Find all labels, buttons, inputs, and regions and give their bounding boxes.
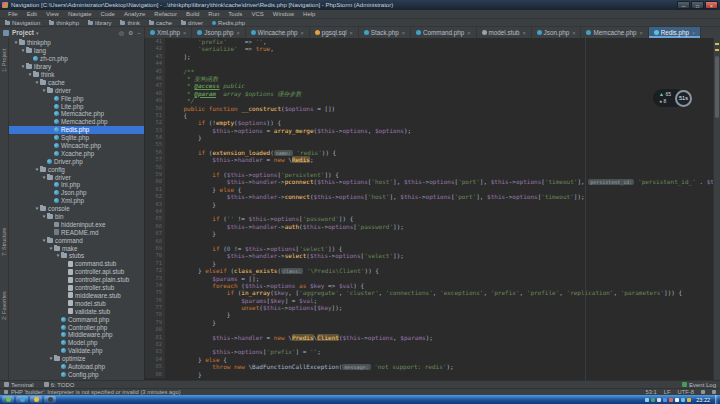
status-message[interactable]: PHP 'builder': Interpreter is not specif…: [11, 389, 646, 395]
tray-icon-5[interactable]: [675, 398, 679, 402]
hide-panel-icon[interactable]: −: [137, 27, 141, 39]
tree-item-hiddeninput.exe[interactable]: hiddeninput.exe: [9, 220, 144, 228]
chevron-down-icon[interactable]: ▾: [36, 30, 39, 36]
tree-item-command[interactable]: ▼command: [9, 236, 144, 244]
code-line[interactable]: 75 if (in_array($key, ['aggregate', 'clu…: [145, 289, 713, 296]
editor-tab-json.php[interactable]: Json.php×: [532, 27, 582, 38]
line-number[interactable]: 47: [145, 82, 165, 89]
menu-item-analyze[interactable]: Analyze: [120, 10, 149, 18]
lock-icon[interactable]: [701, 390, 705, 394]
line-number[interactable]: 52: [145, 119, 165, 126]
tree-item-make[interactable]: ▼make: [9, 244, 144, 252]
line-number[interactable]: 76: [145, 297, 165, 304]
code-line[interactable]: 50 public function __construct($options …: [145, 105, 713, 112]
breadcrumb-item[interactable]: Redis.php: [212, 20, 245, 26]
code-line[interactable]: 68: [145, 238, 713, 245]
tree-item-library[interactable]: ▼library: [9, 63, 144, 71]
line-number[interactable]: 42: [145, 45, 165, 52]
code-line[interactable]: 85 throw new \BadFunctionCallException(m…: [145, 363, 713, 370]
tree-item-validate.stub[interactable]: validate.stub: [9, 307, 144, 315]
line-number[interactable]: 66: [145, 223, 165, 230]
line-number[interactable]: 85: [145, 363, 165, 370]
editor-tab-command.php[interactable]: Command.php×: [411, 27, 477, 38]
line-number[interactable]: 81: [145, 334, 165, 341]
code-line[interactable]: 67 }: [145, 230, 713, 237]
project-panel-title[interactable]: Project: [12, 29, 34, 36]
error-stripe-mark[interactable]: [715, 43, 719, 45]
code-line[interactable]: 51 {: [145, 112, 713, 119]
tool-window-button-terminal[interactable]: Terminal: [4, 382, 34, 388]
line-number[interactable]: 54: [145, 134, 165, 141]
breadcrumb-item[interactable]: library: [88, 20, 111, 26]
tree-item-middleware.stub[interactable]: middleware.stub: [9, 292, 144, 300]
tree-item-ini.php[interactable]: Ini.php: [9, 181, 144, 189]
line-number[interactable]: 74: [145, 282, 165, 289]
breadcrumb-item[interactable]: thinkphp: [49, 20, 79, 26]
code-line[interactable]: 69 if (0 != $this->options['select']) {: [145, 245, 713, 252]
code-line[interactable]: 55: [145, 141, 713, 148]
line-number[interactable]: 86: [145, 371, 165, 378]
tray-icon-0[interactable]: [645, 398, 649, 402]
line-number[interactable]: 57: [145, 156, 165, 163]
menu-item-refactor[interactable]: Refactor: [150, 10, 181, 18]
tree-item-model.php[interactable]: Model.php: [9, 339, 144, 347]
line-number[interactable]: 59: [145, 171, 165, 178]
show-desktop-button[interactable]: [715, 395, 718, 404]
code-line[interactable]: 73 $params = [];: [145, 275, 713, 282]
tree-item-lite.php[interactable]: Lite.php: [9, 102, 144, 110]
tree-item-optimize[interactable]: ▼optimize: [9, 355, 144, 363]
code-line[interactable]: 44: [145, 60, 713, 67]
code-line[interactable]: 52 if (!empty($options)) {: [145, 119, 713, 126]
line-number[interactable]: 69: [145, 245, 165, 252]
line-number[interactable]: 62: [145, 193, 165, 200]
tree-item-think[interactable]: ▼think: [9, 71, 144, 79]
scrollbar-thumb[interactable]: [715, 56, 719, 118]
close-button[interactable]: ×: [705, 1, 718, 9]
tray-icon-2[interactable]: [657, 398, 661, 402]
tray-icon-3[interactable]: [663, 398, 667, 402]
editor-tab-stack.php[interactable]: Stack.php×: [359, 27, 411, 38]
line-number[interactable]: 83: [145, 348, 165, 355]
line-number[interactable]: 68: [145, 238, 165, 245]
menu-item-edit[interactable]: Edit: [23, 10, 41, 18]
line-number[interactable]: 61: [145, 186, 165, 193]
line-number[interactable]: 77: [145, 304, 165, 311]
line-number[interactable]: 46: [145, 75, 165, 82]
code-line[interactable]: 77 unset($this->options[$key]);: [145, 304, 713, 311]
tree-item-file.php[interactable]: File.php: [9, 94, 144, 102]
start-button[interactable]: [2, 396, 14, 403]
tree-item-zh-cn.php[interactable]: zh-cn.php: [9, 55, 144, 63]
breadcrumb-item[interactable]: Navigation: [5, 20, 40, 26]
browser-icon[interactable]: [16, 396, 28, 403]
line-number[interactable]: 72: [145, 267, 165, 274]
tree-item-readme.md[interactable]: README.md: [9, 228, 144, 236]
line-number[interactable]: 82: [145, 341, 165, 348]
phpstorm-window-icon[interactable]: [44, 396, 56, 403]
tree-item-console[interactable]: ▼console: [9, 205, 144, 213]
breadcrumb-item[interactable]: think: [120, 20, 140, 26]
tree-item-lang[interactable]: ▼lang: [9, 47, 144, 55]
line-number[interactable]: 51: [145, 112, 165, 119]
code-line[interactable]: 76 $params[$key] = $val;: [145, 297, 713, 304]
code-line[interactable]: 64: [145, 208, 713, 215]
menu-item-help[interactable]: Help: [299, 10, 319, 18]
code-line[interactable]: 79 }: [145, 319, 713, 326]
editor-tab-xml.php[interactable]: Xml.php×: [145, 27, 192, 38]
tree-item-xcache.php[interactable]: Xcache.php: [9, 149, 144, 157]
code-line[interactable]: 71 }: [145, 260, 713, 267]
tool-window-button-event-log[interactable]: Event Log: [682, 382, 716, 388]
code-line[interactable]: 72 } elseif (class_exists(class: '\Predi…: [145, 267, 713, 274]
line-number[interactable]: 80: [145, 326, 165, 333]
line-number[interactable]: 53: [145, 127, 165, 134]
menu-item-file[interactable]: File: [4, 10, 22, 18]
menu-item-view[interactable]: View: [42, 10, 63, 18]
tree-item-thinkphp[interactable]: ▼thinkphp: [9, 39, 144, 47]
tree-item-command.php[interactable]: Command.php: [9, 315, 144, 323]
line-number[interactable]: 58: [145, 164, 165, 171]
code-line[interactable]: 58: [145, 164, 713, 171]
code-line[interactable]: 60 $this->handler->pconnect($this->optio…: [145, 178, 713, 185]
tree-item-memcached.php[interactable]: Memcached.php: [9, 118, 144, 126]
close-tab-icon[interactable]: ×: [692, 30, 695, 36]
tree-item-memcache.php[interactable]: Memcache.php: [9, 110, 144, 118]
tree-item-bin[interactable]: ▼bin: [9, 213, 144, 221]
